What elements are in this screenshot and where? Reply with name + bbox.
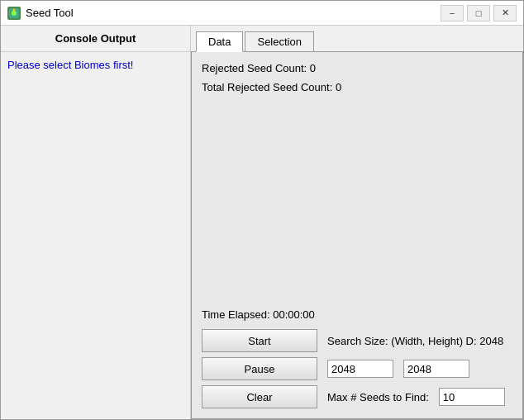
- pause-row: Pause: [202, 357, 512, 380]
- total-rejected-seed-count: Total Rejected Seed Count: 0: [202, 81, 512, 93]
- clear-button[interactable]: Clear: [202, 385, 317, 408]
- close-button[interactable]: ✕: [493, 5, 517, 21]
- right-panel: Data Selection Rejected Seed Count: 0 To…: [191, 26, 523, 419]
- app-icon: [7, 7, 21, 20]
- left-panel: Console Output Please select Biomes firs…: [1, 26, 191, 419]
- search-size-label: Search Size: (Width, Height) D: 2048: [327, 335, 503, 347]
- pause-button[interactable]: Pause: [202, 357, 317, 380]
- main-window: Seed Tool − □ ✕ Console Output Please se…: [0, 0, 524, 420]
- start-button[interactable]: Start: [202, 329, 317, 352]
- window-controls: − □ ✕: [441, 5, 517, 21]
- svg-point-1: [12, 11, 17, 16]
- console-message: Please select Biomes first!: [7, 59, 133, 71]
- minimize-button[interactable]: −: [441, 5, 464, 21]
- console-output-body: Please select Biomes first!: [1, 52, 190, 419]
- rejected-seed-count: Rejected Seed Count: 0: [202, 62, 512, 74]
- clear-row: Clear Max # Seeds to Find:: [202, 385, 512, 408]
- svg-point-2: [13, 8, 16, 11]
- width-input[interactable]: [327, 360, 393, 378]
- title-bar: Seed Tool − □ ✕: [1, 1, 523, 26]
- start-row: Start Search Size: (Width, Height) D: 20…: [202, 329, 512, 352]
- time-elapsed: Time Elapsed: 00:00:00: [202, 308, 512, 321]
- spacer: [202, 100, 512, 308]
- tab-data[interactable]: Data: [196, 31, 243, 52]
- height-input[interactable]: [403, 360, 469, 378]
- max-seeds-label: Max # Seeds to Find:: [327, 391, 429, 403]
- maximize-button[interactable]: □: [467, 5, 490, 21]
- window-title: Seed Tool: [26, 7, 441, 19]
- tab-selection[interactable]: Selection: [245, 31, 313, 52]
- console-output-header: Console Output: [1, 26, 190, 52]
- tab-bar: Data Selection: [191, 26, 523, 52]
- bottom-controls: Start Search Size: (Width, Height) D: 20…: [202, 329, 512, 408]
- tab-content-data: Rejected Seed Count: 0 Total Rejected Se…: [191, 52, 523, 419]
- max-seeds-input[interactable]: [439, 388, 505, 406]
- main-content: Console Output Please select Biomes firs…: [1, 26, 523, 419]
